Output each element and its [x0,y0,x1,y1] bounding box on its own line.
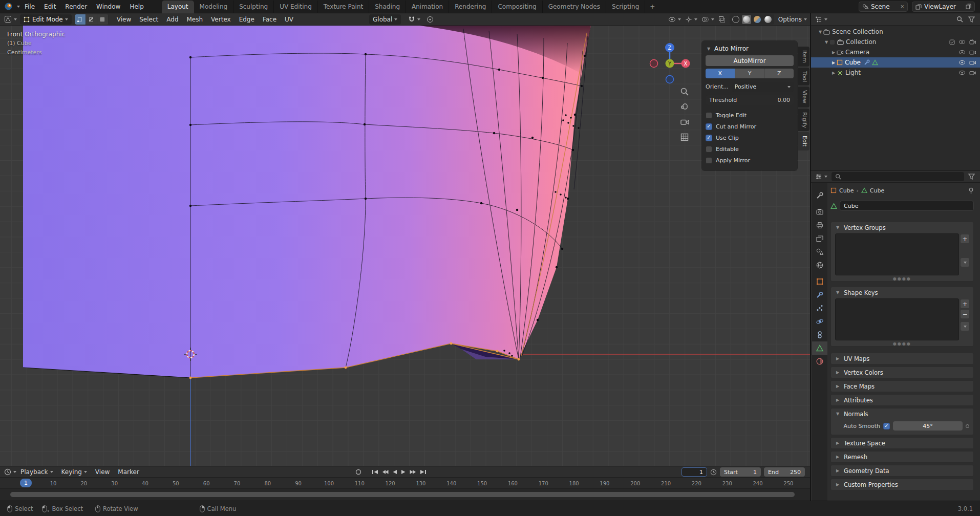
jump-end-icon[interactable] [420,469,427,475]
solid-shading-icon[interactable] [742,15,751,24]
workspace-tab[interactable]: Rendering [449,1,492,13]
workspace-tab[interactable]: Modeling [194,1,234,13]
sidebar-tab[interactable]: Edit [798,132,809,150]
tab-render[interactable] [812,205,827,219]
pin-icon[interactable] [968,187,974,194]
option-row[interactable]: Apply Mirror [706,155,794,166]
snap-magnet-icon[interactable] [408,16,415,23]
panel-header[interactable]: ▼ Shape Keys [831,287,973,298]
blender-logo-icon[interactable] [4,2,13,11]
outliner-row-collection[interactable]: ▼ Collection [811,37,980,47]
option-row[interactable]: Editable [706,143,794,155]
workspace-tab[interactable]: Sculpting [233,1,274,13]
editor-type-icon[interactable] [4,15,12,23]
option-row[interactable]: Toggle Edit [706,110,794,121]
marker-menu[interactable]: Marker [114,467,143,477]
record-icon[interactable] [355,469,361,475]
vertex-group-specials-button[interactable] [961,258,969,267]
gizmo-dropdown[interactable] [685,16,697,23]
viewport-menu-item[interactable]: Mesh [183,14,207,25]
collection-checkbox[interactable] [829,39,835,45]
eye-icon[interactable] [958,50,966,55]
zoom-icon[interactable] [679,86,690,97]
render-visibility-icon[interactable] [969,50,976,55]
tab-particles[interactable] [812,302,827,315]
tab-world[interactable] [812,259,827,272]
checkbox-icon[interactable] [706,112,712,119]
viewport-menu-item[interactable]: Select [135,14,162,25]
disclosure-icon[interactable]: ▼ [817,30,823,34]
add-workspace-button[interactable]: + [645,2,659,12]
copy-icon[interactable] [966,4,971,9]
workspace-tab[interactable]: Texture Paint [318,1,369,13]
exclude-checkbox[interactable] [949,39,955,45]
overlays-dropdown[interactable] [701,16,714,23]
resize-handle[interactable]: ●●●● [831,341,973,346]
sidebar-tab[interactable]: Item [798,47,809,67]
disclosure-icon[interactable]: ▼ [823,40,829,45]
workspace-tab[interactable]: Scripting [606,1,645,13]
viewport-menu-item[interactable]: Face [259,14,281,25]
sidebar-tab[interactable]: View [798,87,809,107]
disclosure-icon[interactable]: ▶ [830,50,837,55]
filter-icon[interactable] [968,16,975,23]
grid-ortho-icon[interactable] [679,132,690,143]
eye-icon[interactable] [958,39,966,45]
clock-icon[interactable] [710,469,717,476]
axis-z-button[interactable]: Z [764,69,794,78]
app-menu-item[interactable]: Window [92,2,125,12]
eye-icon[interactable] [958,70,966,75]
view-menu[interactable]: View [91,467,114,477]
app-menu-item[interactable]: Render [60,2,92,12]
workspace-tab[interactable]: Geometry Nodes [543,1,606,13]
visibility-dropdown[interactable] [668,16,681,23]
viewport-canvas[interactable]: Front Orthographic (1) Cube Centimeters … [0,26,810,466]
edge-select-icon[interactable] [86,14,97,25]
panel-header[interactable]: ▶Custom Properties [831,479,973,490]
jump-start-icon[interactable] [372,469,378,475]
panel-header[interactable]: ▶UV Maps [831,353,973,364]
properties-editor-icon[interactable] [815,173,822,180]
render-visibility-icon[interactable] [969,60,976,65]
search-icon[interactable] [956,16,963,23]
app-menu-item[interactable]: Edit [39,2,60,12]
scene-selector[interactable]: Scene ✕ [859,2,908,12]
app-menu-item[interactable]: Help [125,2,148,12]
panel-header[interactable]: ▶Texture Space [831,438,973,448]
remove-shape-key-button[interactable]: − [961,310,969,318]
play-reverse-icon[interactable] [392,469,397,475]
checkbox-icon[interactable] [706,123,712,130]
disclosure-icon[interactable]: ▶ [830,60,837,65]
axis-y-button[interactable]: Y [735,69,765,78]
animate-dot-icon[interactable] [966,424,969,428]
tab-material[interactable] [812,355,827,368]
chevron-down-icon[interactable] [824,18,827,20]
close-icon[interactable]: ✕ [901,4,905,9]
eye-icon[interactable] [958,60,966,65]
tab-scene[interactable] [812,245,827,259]
face-select-icon[interactable] [97,14,109,25]
next-keyframe-icon[interactable] [410,469,416,475]
shape-keys-list[interactable] [835,298,959,340]
outliner-row-camera[interactable]: ▶ Camera [811,47,980,57]
panel-header[interactable]: ▼ Vertex Groups [831,222,973,233]
tab-object[interactable] [812,275,827,288]
axis-x-button[interactable]: X [706,69,735,78]
vertex-groups-list[interactable] [835,233,959,275]
checkbox-icon[interactable] [706,146,712,153]
checkbox-icon[interactable] [706,157,712,164]
tab-modifiers[interactable] [812,288,827,302]
timeline-editor-icon[interactable] [4,468,11,476]
render-visibility-icon[interactable] [969,39,976,45]
options-dropdown[interactable]: Options [778,16,807,23]
viewport-menu-item[interactable]: UV [281,14,297,25]
chevron-down-icon[interactable] [824,176,827,178]
data-name-field[interactable]: Cube [840,201,974,211]
app-menu-item[interactable]: File [20,2,39,12]
tab-output[interactable] [812,219,827,232]
view-layer-selector[interactable]: ViewLayer [912,2,975,12]
sidebar-tab[interactable]: Tool [798,68,809,85]
disclosure-icon[interactable]: ▶ [830,71,837,75]
threshold-field[interactable]: Threshold 0.00 [706,95,794,105]
vertex-select-icon[interactable] [75,14,86,25]
